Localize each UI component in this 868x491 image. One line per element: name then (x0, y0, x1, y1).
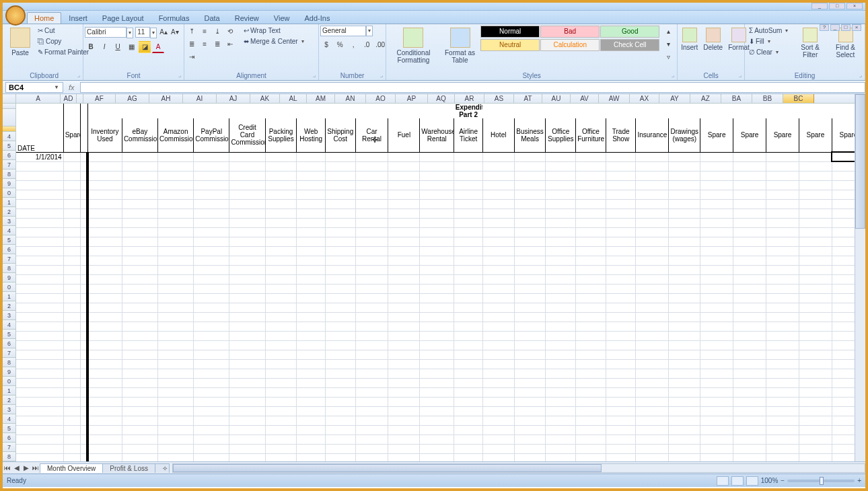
cell[interactable] (265, 416, 297, 425)
cell[interactable] (799, 161, 832, 171)
cell[interactable] (265, 152, 297, 161)
cell[interactable] (158, 274, 194, 284)
cell[interactable] (194, 265, 229, 274)
cell[interactable] (669, 378, 700, 387)
cell[interactable] (122, 237, 157, 246)
cell[interactable] (576, 293, 606, 303)
cell[interactable] (669, 453, 700, 461)
indent-inc-icon[interactable]: ⇥ (186, 51, 198, 63)
cell[interactable] (265, 369, 297, 378)
cell[interactable] (454, 209, 483, 218)
cell[interactable] (87, 350, 122, 359)
cell[interactable] (325, 387, 355, 397)
cell[interactable] (606, 303, 636, 312)
cell[interactable] (16, 425, 63, 435)
row-header[interactable]: 7 (3, 348, 16, 358)
cell[interactable] (158, 199, 194, 209)
cell[interactable] (420, 397, 454, 406)
cell[interactable] (700, 104, 733, 118)
tab-data[interactable]: Data (196, 12, 227, 24)
cell[interactable] (576, 312, 606, 322)
cell[interactable] (514, 331, 546, 340)
row-header[interactable]: 7 (3, 254, 16, 264)
cell[interactable] (514, 284, 546, 293)
cell[interactable] (63, 293, 81, 303)
cell[interactable] (297, 256, 326, 265)
cell[interactable] (799, 387, 832, 397)
cell[interactable] (514, 312, 546, 322)
cell[interactable] (355, 435, 388, 444)
cell[interactable] (420, 199, 454, 209)
cell[interactable] (355, 152, 388, 161)
cell[interactable] (297, 444, 326, 453)
cell[interactable] (766, 237, 799, 246)
cell[interactable] (325, 406, 355, 416)
cell[interactable] (325, 340, 355, 350)
cell[interactable] (700, 322, 733, 331)
cell[interactable] (700, 435, 733, 444)
col-AY[interactable]: AY (659, 94, 690, 103)
cell[interactable] (63, 218, 81, 227)
header-cell[interactable]: Spare (63, 118, 81, 152)
cell[interactable] (388, 378, 420, 387)
cell[interactable] (355, 416, 388, 425)
row-header[interactable]: 1 (3, 292, 16, 301)
cell[interactable] (16, 274, 63, 284)
cell[interactable] (454, 293, 483, 303)
cell[interactable] (16, 256, 63, 265)
cell[interactable] (158, 246, 194, 256)
cell[interactable] (799, 293, 832, 303)
header-cell[interactable]: Credit Card Commission (229, 118, 265, 152)
cell[interactable] (576, 218, 606, 227)
cell[interactable] (636, 322, 669, 331)
cell[interactable] (799, 152, 832, 161)
cell[interactable] (514, 190, 546, 199)
cell[interactable] (454, 453, 483, 461)
cell[interactable] (265, 199, 297, 209)
cell[interactable] (420, 293, 454, 303)
ribbon-tabs[interactable]: Home Insert Page Layout Formulas Data Re… (3, 11, 865, 24)
cell[interactable] (546, 171, 576, 180)
cell[interactable] (297, 274, 326, 284)
cell[interactable] (733, 152, 766, 161)
cell[interactable] (81, 303, 88, 312)
cell[interactable] (733, 340, 766, 350)
cell[interactable] (546, 161, 576, 171)
col-BB[interactable]: BB (752, 94, 783, 103)
cell[interactable] (87, 180, 122, 190)
cell[interactable] (636, 180, 669, 190)
cell[interactable] (420, 387, 454, 397)
cell[interactable] (194, 331, 229, 340)
cell[interactable] (63, 340, 81, 350)
cell[interactable] (420, 322, 454, 331)
cell[interactable] (87, 161, 122, 171)
cell[interactable] (87, 246, 122, 256)
cell[interactable] (63, 322, 81, 331)
new-sheet-button[interactable]: ✧ (155, 463, 170, 473)
increase-decimal-button[interactable]: .0 (361, 39, 373, 51)
cell[interactable] (454, 152, 483, 161)
cell[interactable] (229, 293, 265, 303)
cell[interactable] (229, 406, 265, 416)
cell[interactable] (514, 453, 546, 461)
cell[interactable] (420, 180, 454, 190)
cell[interactable] (63, 444, 81, 453)
cell[interactable] (454, 274, 483, 284)
cell[interactable] (87, 303, 122, 312)
cell[interactable] (265, 274, 297, 284)
row-header[interactable]: 6 (3, 151, 16, 160)
cell[interactable] (122, 293, 157, 303)
cell[interactable] (454, 387, 483, 397)
tab-home[interactable]: Home (27, 12, 61, 24)
cell[interactable] (514, 359, 546, 369)
cell[interactable] (766, 425, 799, 435)
header-cell[interactable]: Trade Show (606, 118, 636, 152)
cell[interactable] (388, 331, 420, 340)
cell[interactable] (16, 284, 63, 293)
cell[interactable] (355, 161, 388, 171)
cell[interactable] (87, 369, 122, 378)
select-all-corner[interactable] (3, 94, 16, 103)
cell[interactable] (87, 256, 122, 265)
cell[interactable] (229, 218, 265, 227)
fill-color-button[interactable]: ◪ (139, 41, 151, 53)
